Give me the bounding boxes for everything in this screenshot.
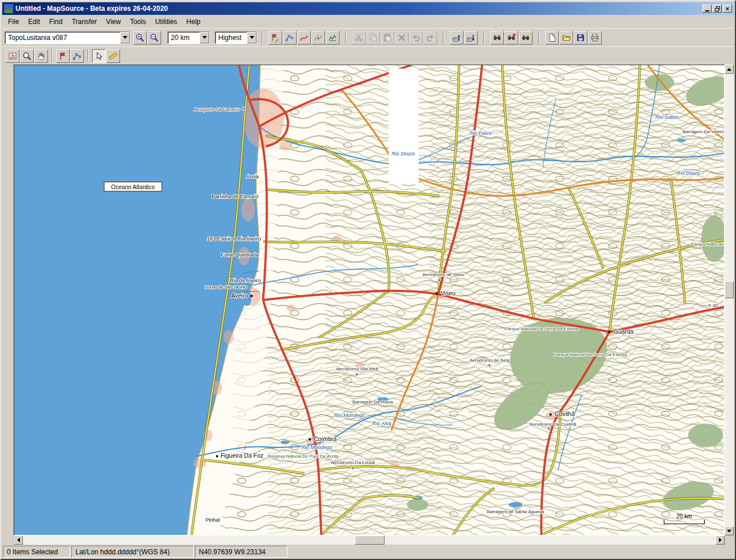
find-nearest-places-button[interactable] [505,31,518,45]
map-product-dropdown-button[interactable] [120,32,130,43]
scroll-down-button[interactable] [725,526,734,535]
restore-button[interactable] [713,5,722,13]
delete-icon [397,33,406,42]
map-label: Aeroporto Sá Carneiro [194,107,241,112]
new-document-button[interactable] [545,31,559,45]
menu-item-help[interactable]: Help [182,16,205,27]
chevron-down-icon [250,36,254,39]
zoom-scale-combobox[interactable]: 20 km [167,31,210,44]
detail-level-combobox[interactable]: Highest [215,31,257,44]
paste-button[interactable] [381,31,394,45]
airport-icon: ✈ [547,426,551,431]
menu-bar: FileEditFindTransferViewToolsUtilitiesHe… [2,15,734,28]
map-label: Aerodromo Da Lousã [331,460,375,465]
map-label: Dunas de São Jacinto [205,285,247,290]
open-button[interactable] [559,31,573,45]
menu-item-view[interactable]: View [102,16,126,27]
minimize-button[interactable] [702,5,711,13]
cut-button[interactable] [352,31,366,45]
map-label: Barragem Da Raiva [353,399,393,405]
map-label: Parque Natural Da Serra Da Estrela [554,352,627,357]
delete-button[interactable] [395,31,409,45]
scroll-up-button[interactable] [725,65,734,74]
toolbar-separator [538,31,539,44]
receive-from-device-button[interactable] [464,31,478,45]
map-canvas[interactable]: Oceano Atlantico ✈Aeroporto Sá CarneiroR… [14,65,724,535]
track-profile-icon [328,33,337,42]
map-viewport[interactable]: Oceano Atlantico ✈Aeroporto Sá CarneiroR… [14,65,725,535]
map-label: Barragem de Santa Águeda [487,509,544,514]
undo-button[interactable] [409,31,423,45]
scroll-right-button[interactable] [715,535,725,545]
save-button[interactable] [574,31,587,45]
find-places-button[interactable] [490,31,504,45]
map-label: Barrinha de Esmoriz [211,194,259,199]
zoom-out-button[interactable] [147,31,161,45]
send-to-device-button[interactable] [450,31,463,45]
menu-item-edit[interactable]: Edit [23,16,45,27]
arrow-down-icon [727,530,731,533]
vertical-scrollbar[interactable] [725,65,734,535]
window-title: Untitled - MapSource - Beta expires 26-0… [15,5,700,13]
ocean-label: Oceano Atlantico [111,184,155,190]
menu-item-transfer[interactable]: Transfer [67,16,101,27]
scroll-left-button[interactable] [14,535,23,545]
track-profile-button[interactable] [326,31,339,45]
map-label: Viseu [441,290,455,297]
find-nearest-icon [507,33,516,42]
measure-tool-button[interactable] [106,49,120,63]
file-group [545,31,602,45]
send-device-icon [452,33,461,42]
status-items-selected: 0 Items Selected [3,546,70,558]
menu-item-find[interactable]: Find [45,16,67,27]
toolbar-tools [2,46,734,65]
map-label: Pinhal [206,517,220,523]
vertical-scroll-thumb[interactable] [725,281,734,298]
map-label: Figueira Da Foz [221,452,263,459]
paste-icon [383,33,392,42]
route-tool-button[interactable] [70,49,84,63]
map-label: Ria de Aveiro [230,278,261,283]
print-button[interactable] [588,31,602,45]
status-spacer [289,546,733,558]
new-doc-icon [547,33,557,42]
app-window: Untitled - MapSource - Beta expires 26-0… [0,0,736,560]
map-label: Aveiro [231,292,249,299]
minimize-icon [705,10,709,11]
map-tool-button[interactable] [6,49,19,63]
new-track-button[interactable] [297,31,311,45]
copy-button[interactable] [366,31,380,45]
horizontal-scrollbar[interactable] [14,535,725,545]
zoom-in-button[interactable] [133,31,147,45]
recently-found-places-button[interactable] [519,31,533,45]
new-route-button[interactable] [283,31,297,45]
airport-icon: ✈ [438,278,442,283]
zoom-tool-button[interactable] [20,49,34,63]
divide-track-button[interactable] [311,31,325,45]
new-waypoint-button[interactable] [269,31,282,45]
flag-tool-icon [58,51,67,61]
menu-item-file[interactable]: File [3,16,23,27]
edit-tools-group [269,31,339,45]
toolbar-separator [262,31,263,44]
map-label: Fonte Quebrada [221,252,259,258]
redo-button[interactable] [423,31,437,45]
map-label: Aerodromo Da Covilhã [530,422,577,427]
clipboard-group [352,31,437,45]
horizontal-scroll-thumb[interactable] [355,535,385,545]
map-product-combobox[interactable]: TopoLusitania v087 [5,31,130,44]
detail-level-dropdown-button[interactable] [247,32,257,43]
menu-item-utilities[interactable]: Utilities [150,16,182,27]
selection-tool-button[interactable] [92,49,106,63]
redo-icon [426,33,435,42]
scale-label: 20 km [677,513,692,519]
map-label: 163 Esteiros Ria Aveiro [207,236,261,242]
hand-tool-button[interactable] [34,49,48,63]
close-button[interactable]: × [723,5,732,13]
zoom-scale-dropdown-button[interactable] [199,32,209,43]
map-label: Rio Alva [372,421,391,426]
menu-item-tools[interactable]: Tools [125,16,150,27]
map-label: E-80 [709,303,719,308]
waypoint-tool-button[interactable] [56,49,70,63]
route-tool-icon [73,51,82,61]
